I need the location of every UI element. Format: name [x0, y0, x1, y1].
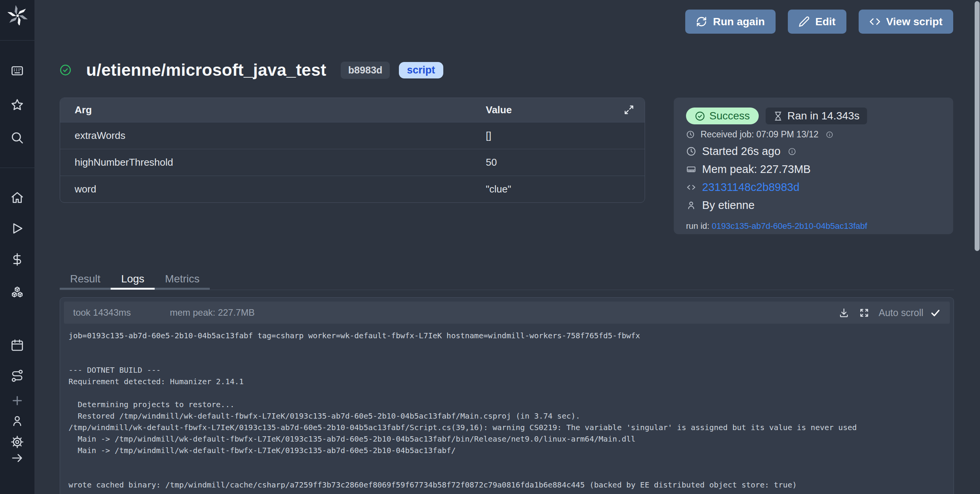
- run-id-row: run id: 0193c135-ab7d-60e5-2b10-04b5ac13…: [686, 221, 941, 231]
- arg-name: word: [60, 183, 96, 195]
- settings-gear-icon[interactable]: [10, 435, 24, 449]
- mem-peak-label: Mem peak: 227.73MB: [702, 163, 811, 176]
- resources-boxes-icon[interactable]: [10, 285, 24, 299]
- edit-label: Edit: [815, 16, 836, 28]
- table-row[interactable]: extraWords []: [60, 122, 645, 149]
- run-again-button[interactable]: Run again: [685, 10, 775, 34]
- code-icon: [869, 16, 880, 27]
- tab-result[interactable]: Result: [60, 270, 111, 290]
- hash-badge: b8983d: [341, 62, 390, 79]
- log-panel: took 14343ms mem peak: 227.7MB Auto scro…: [60, 297, 954, 494]
- title-row: u/etienne/microsoft_java_test b8983d scr…: [59, 60, 443, 80]
- tab-metrics[interactable]: Metrics: [155, 270, 210, 290]
- info-icon[interactable]: [788, 147, 796, 156]
- success-check-icon: [59, 64, 72, 76]
- script-hash-link[interactable]: 23131148c2b8983d: [702, 181, 799, 194]
- schedules-calendar-icon[interactable]: [10, 338, 24, 352]
- apps-icon[interactable]: [10, 64, 24, 78]
- tab-logs[interactable]: Logs: [111, 270, 155, 290]
- expand-sidebar-arrow-icon[interactable]: [10, 451, 24, 465]
- run-again-label: Run again: [713, 16, 764, 28]
- arg-name: extraWords: [60, 130, 125, 142]
- memory-icon: [686, 164, 696, 174]
- value-column-header: Value: [486, 104, 512, 116]
- started-row: Started 26s ago: [686, 145, 941, 158]
- refresh-icon: [696, 16, 707, 27]
- duration-chip: Ran in 14.343s: [766, 108, 867, 124]
- log-mem-peak-label: mem peak: 227.7MB: [170, 307, 255, 318]
- page-scrollbar[interactable]: [975, 1, 980, 251]
- run-id-label: run id:: [686, 221, 709, 231]
- received-row: Received job: 07:09 PM 13/12: [686, 129, 941, 140]
- windmill-run-page: Run again Edit View script u/e: [0, 0, 980, 494]
- args-table: Arg Value extraWords [] highNumberThresh…: [60, 98, 645, 203]
- download-logs-icon[interactable]: [839, 308, 849, 318]
- runs-play-icon[interactable]: [10, 222, 24, 235]
- log-panel-header: took 14343ms mem peak: 227.7MB Auto scro…: [64, 302, 950, 324]
- page-title: u/etienne/microsoft_java_test: [86, 60, 326, 80]
- sidebar: [0, 0, 34, 494]
- sidebar-divider: [0, 40, 34, 41]
- sidebar-divider: [0, 168, 34, 168]
- table-row[interactable]: word "clue": [60, 176, 645, 202]
- edit-button[interactable]: Edit: [788, 10, 846, 34]
- view-script-label: View script: [886, 16, 942, 28]
- mem-peak-row: Mem peak: 227.73MB: [686, 163, 941, 176]
- script-hash-row: 23131148c2b8983d: [686, 181, 941, 194]
- header-actions: Run again Edit View script: [685, 10, 953, 34]
- expand-args-icon[interactable]: [623, 104, 635, 116]
- add-plus-icon[interactable]: [10, 394, 24, 408]
- arg-value: "clue": [486, 183, 511, 195]
- flows-route-icon[interactable]: [10, 369, 24, 383]
- status-label: Success: [709, 110, 750, 122]
- person-icon: [686, 200, 696, 210]
- table-row[interactable]: highNumberThreshold 50: [60, 149, 645, 176]
- circle-check-icon: [695, 111, 705, 121]
- clock-icon: [686, 146, 696, 157]
- favorites-star-icon[interactable]: [10, 98, 24, 112]
- auto-scroll-label: Auto scroll: [879, 307, 923, 318]
- log-output[interactable]: job=0193c135-ab7d-60e5-2b10-04b5ac13fabf…: [69, 330, 950, 491]
- status-badge: Success: [686, 108, 759, 124]
- expand-logs-icon[interactable]: [859, 308, 869, 318]
- run-id-link[interactable]: 0193c135-ab7d-60e5-2b10-04b5ac13fabf: [712, 221, 867, 231]
- arg-value: 50: [486, 157, 497, 168]
- duration-label: Ran in 14.343s: [787, 110, 859, 122]
- by-user-label: By etienne: [702, 199, 755, 212]
- pencil-icon: [799, 16, 810, 27]
- arg-name: highNumberThreshold: [60, 157, 173, 168]
- hourglass-icon: [773, 111, 783, 121]
- by-user-row: By etienne: [686, 199, 941, 212]
- windmill-logo-icon[interactable]: [8, 5, 28, 25]
- info-icon[interactable]: [826, 131, 833, 139]
- view-script-button[interactable]: View script: [859, 10, 953, 34]
- home-icon[interactable]: [10, 191, 24, 205]
- auto-scroll-checkbox[interactable]: [930, 308, 941, 318]
- result-tabs: Result Logs Metrics: [60, 270, 954, 290]
- received-label: Received job: 07:09 PM 13/12: [701, 129, 818, 140]
- args-table-header: Arg Value: [60, 98, 645, 122]
- code-icon: [686, 182, 696, 192]
- run-info-panel: Success Ran in 14.343s Received job: 07:…: [674, 98, 953, 234]
- script-type-badge[interactable]: script: [399, 62, 443, 78]
- log-took-label: took 14343ms: [73, 307, 131, 318]
- variables-dollar-icon[interactable]: [10, 253, 24, 266]
- clock-icon: [686, 130, 695, 139]
- arg-value: []: [486, 130, 491, 142]
- started-label: Started 26s ago: [702, 145, 781, 158]
- user-account-icon[interactable]: [10, 414, 24, 428]
- search-icon[interactable]: [10, 131, 24, 145]
- arg-column-header: Arg: [60, 104, 92, 116]
